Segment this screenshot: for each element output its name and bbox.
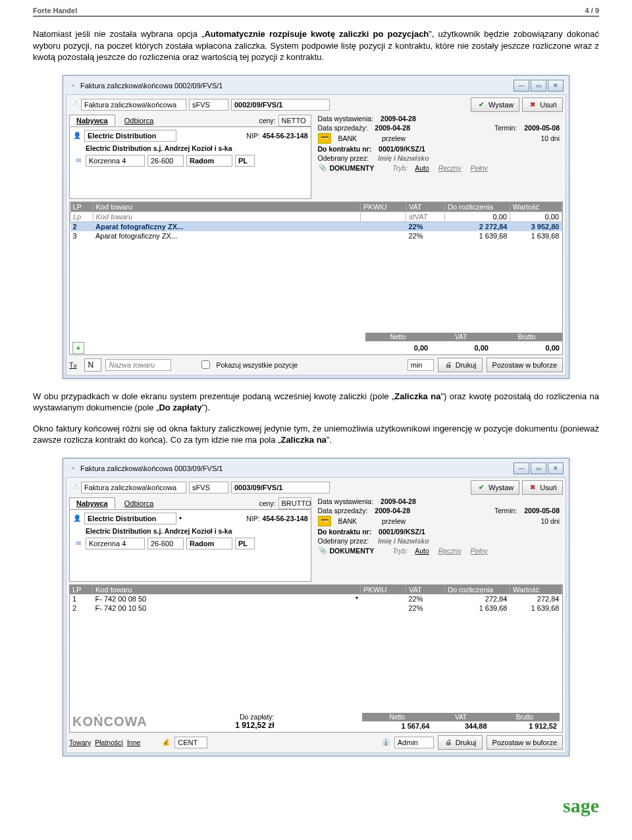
label-tryb: Tryb: <box>392 164 408 172</box>
min-field[interactable]: min <box>408 359 434 371</box>
wystaw-button[interactable]: ✔Wystaw <box>471 98 519 112</box>
addr-street[interactable]: Korzenna 4 <box>86 155 145 167</box>
label-tryb: Tryb: <box>392 547 408 555</box>
drukuj-button[interactable]: 🖨Drukuj <box>438 735 483 750</box>
table-row[interactable]: 3 Aparat fotograficzny ZX... 22% 1 639,6… <box>70 231 562 240</box>
val-dni: 10 dni <box>540 517 560 525</box>
cent-field[interactable]: CENT <box>174 737 207 748</box>
col-lp[interactable]: LP <box>70 202 93 212</box>
addr-zip[interactable]: 26-600 <box>147 155 184 167</box>
ceny-field[interactable]: BRUTTO <box>278 497 311 509</box>
tryb-auto[interactable]: Auto <box>415 547 429 555</box>
close-button[interactable]: ✕ <box>548 462 564 474</box>
table-row[interactable]: 1 F- 742 00 08 50 ▾ 22% 272,84 272,84 <box>70 594 562 603</box>
tab-platnosci[interactable]: Płatności <box>95 739 123 746</box>
label-vat: VAT <box>432 713 489 721</box>
col-roz[interactable]: Do rozliczenia <box>445 585 510 594</box>
firma-field[interactable]: Electric Distribution <box>84 513 176 524</box>
input-wart[interactable]: 0,00 <box>510 211 562 221</box>
minimize-button[interactable]: — <box>514 462 529 474</box>
usun-button[interactable]: ✖Usuń <box>522 480 563 495</box>
label-brutto: Brutto <box>490 713 560 721</box>
tab-odbiorca[interactable]: Odbiorca <box>118 498 161 509</box>
addr-city[interactable]: Radom <box>186 538 232 549</box>
dropdown-icon[interactable]: ▾ <box>179 515 182 521</box>
pokazuj-checkbox[interactable] <box>201 360 210 369</box>
input-kod[interactable]: Kod towaru <box>96 213 133 221</box>
col-vat[interactable]: VAT <box>406 585 445 594</box>
addr-zip[interactable]: 26-600 <box>147 538 184 549</box>
maximize-button[interactable]: ▭ <box>531 80 546 92</box>
pozostaw-button[interactable]: Pozostaw w buforze <box>487 358 563 372</box>
addr-city[interactable]: Radom <box>186 155 232 167</box>
docs-icon: 📎 <box>318 163 327 173</box>
col-kod[interactable]: Kod towaru <box>93 202 361 212</box>
input-lp[interactable]: Lp <box>73 213 81 221</box>
firma-field[interactable]: Electric Distribution <box>84 130 176 142</box>
val-termin: 2009-05-08 <box>524 507 560 515</box>
wystaw-button[interactable]: ✔Wystaw <box>471 480 519 495</box>
firma-full: Electric Distribution s.j. Andrzej Kozio… <box>72 144 308 152</box>
col-lp[interactable]: LP <box>70 585 93 594</box>
col-pkwiu[interactable]: PKWiU <box>361 202 406 212</box>
pozostaw-button[interactable]: Pozostaw w buforze <box>487 735 563 750</box>
val-data-sprzedazy: 2009-04-28 <box>375 124 410 132</box>
add-row-button[interactable]: + <box>72 342 84 354</box>
tryb-auto[interactable]: Auto <box>415 164 429 172</box>
col-pkwiu[interactable]: PKWiU <box>361 585 406 594</box>
docnum-field[interactable]: 0003/09/FVS/1 <box>231 482 330 493</box>
header-divider <box>33 16 599 16</box>
doc-type-field[interactable]: Faktura zaliczkowa\końcowa <box>81 482 186 493</box>
table-row[interactable]: 2 F- 742 00 10 50 22% 1 639,68 1 639,68 <box>70 603 562 613</box>
addr-country[interactable]: PL <box>235 155 255 167</box>
table-row-selected[interactable]: 2 Aparat fotograficzny ZX... 22% 2 272,8… <box>70 221 562 231</box>
usun-button[interactable]: ✖Usuń <box>522 98 563 112</box>
tab-towary[interactable]: Towary <box>69 739 91 746</box>
doc-icon: 📄 <box>69 100 78 109</box>
link-dokumenty[interactable]: DOKUMENTY <box>330 547 375 555</box>
invoice-window-2: ▫ Faktura zaliczkowa\końcowa 0003/09/FVS… <box>63 458 569 756</box>
sage-logo: sage <box>563 795 599 816</box>
tryb-reczny[interactable]: Ręczny <box>438 164 461 172</box>
val-odebrany[interactable]: Imię i Nazwisko <box>378 154 429 162</box>
input-roz[interactable]: 0,00 <box>445 211 510 221</box>
nazwa-towaru-input[interactable]: Nazwa towaru <box>105 359 171 371</box>
paragraph-2: W obu przypadkach w dole ekranu system p… <box>33 391 599 414</box>
addr-country[interactable]: PL <box>235 538 255 549</box>
doc-type-field[interactable]: Faktura zaliczkowa\końcowa <box>81 99 186 111</box>
dropdown-icon[interactable]: ▾ <box>356 595 358 601</box>
val-odebrany[interactable]: Imię i Nazwisko <box>378 537 429 545</box>
label-data-wystawienia: Data wystawienia: <box>318 115 374 123</box>
series-field[interactable]: sFVS <box>189 482 228 493</box>
tryb-reczny[interactable]: Ręczny <box>438 547 461 555</box>
tab-towary[interactable]: To <box>69 361 76 369</box>
col-wart[interactable]: Wartość <box>510 585 562 594</box>
col-kod[interactable]: Kod towaru <box>93 585 361 594</box>
close-button[interactable]: ✕ <box>548 80 564 92</box>
drukuj-button[interactable]: 🖨Drukuj <box>438 358 483 372</box>
col-roz[interactable]: Do rozliczenia <box>445 202 510 212</box>
col-wart[interactable]: Wartość <box>510 202 562 212</box>
tab-nabywca[interactable]: Nabywca <box>69 115 115 126</box>
client-icon: 👤 <box>72 514 82 523</box>
tryb-pelny[interactable]: Pełny <box>471 164 488 172</box>
minimize-button[interactable]: — <box>514 80 529 92</box>
tab-inne[interactable]: Inne <box>127 739 140 746</box>
link-dokumenty[interactable]: DOKUMENTY <box>330 164 375 172</box>
tryb-pelny[interactable]: Pełny <box>471 547 488 555</box>
addr-street[interactable]: Korzenna 4 <box>86 538 145 549</box>
n-button[interactable]: N <box>84 358 101 372</box>
ceny-field[interactable]: NETTO <box>278 115 311 126</box>
coins-icon: 💰 <box>161 738 171 747</box>
series-field[interactable]: sFVS <box>189 99 228 111</box>
invoice-window-1: ▫ Faktura zaliczkowa\końcowa 0002/09/FVS… <box>63 75 569 379</box>
maximize-button[interactable]: ▭ <box>531 462 546 474</box>
col-vat[interactable]: VAT <box>406 202 445 212</box>
label-pokazuj: Pokazuj wszystkie pozycje <box>216 361 298 369</box>
tab-nabywca[interactable]: Nabywca <box>69 497 115 509</box>
input-vat[interactable]: stVAT <box>409 213 428 221</box>
admin-field[interactable]: Admin <box>394 737 434 748</box>
docnum-field[interactable]: 0002/09/FVS/1 <box>231 99 330 111</box>
check-icon: ✔ <box>477 483 486 492</box>
tab-odbiorca[interactable]: Odbiorca <box>118 115 161 126</box>
